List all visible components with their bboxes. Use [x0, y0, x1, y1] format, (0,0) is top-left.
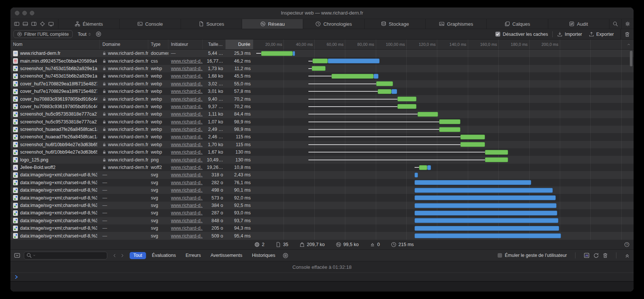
url-filter-field[interactable]: Filtrer l’URL complète	[13, 30, 73, 38]
console-search-field[interactable]	[24, 252, 107, 259]
initiator-link[interactable]: www.richard-d…	[171, 165, 203, 170]
table-row[interactable]: screenshot_hu7453d15b6b2a929e1adaa8e7a06…	[10, 72, 634, 80]
tab-sources[interactable]: Sources	[181, 19, 242, 29]
column-header-domaine[interactable]: Domaine	[100, 40, 148, 49]
table-row[interactable]: data:image/svg+xml;charset=utf-8,%3C…%3E…	[10, 186, 634, 194]
import-button[interactable]: Importer	[557, 32, 582, 37]
waterfall-bar-green[interactable]	[485, 150, 508, 155]
table-row[interactable]: screenshot_huaead7fe26a8458fcac1a46b824a…	[10, 133, 634, 141]
table-row[interactable]: logo_125.pngwww.richard-dern.frpngwww.ri…	[10, 156, 634, 163]
initiator-link[interactable]: www.richard-d…	[171, 134, 203, 139]
table-row[interactable]: data:image/svg+xml;charset=utf-8,%3C…%3E…	[10, 232, 634, 239]
waterfall-bar-blue[interactable]	[427, 165, 431, 170]
tab-stockage[interactable]: Stockage	[364, 19, 425, 29]
waterfall-bar-green[interactable]	[376, 81, 393, 86]
initiator-link[interactable]: www.richard-d…	[171, 203, 203, 208]
initiator-link[interactable]: www.richard-d…	[171, 210, 203, 215]
export-button[interactable]: Exporter	[589, 32, 614, 37]
table-row[interactable]: data:image/svg+xml;charset=utf-8,%3C…%3E…	[10, 224, 634, 232]
device-icon[interactable]	[48, 21, 54, 26]
table-row[interactable]: data:image/svg+xml;charset=utf-8,%3C…%3E…	[10, 202, 634, 209]
collapse-console-icon[interactable]	[625, 253, 630, 258]
tab-elements[interactable]: Éléments	[58, 19, 119, 29]
emulate-user-gesture-checkbox[interactable]: Émuler le geste de l’utilisateur	[498, 253, 567, 258]
resource-type-dropdown[interactable]: Tout	[78, 32, 92, 37]
waterfall-bar-green[interactable]	[378, 89, 391, 94]
console-filter-erreurs[interactable]: Erreurs	[182, 252, 204, 259]
clear-console-icon[interactable]	[603, 253, 608, 258]
initiator-link[interactable]: www.richard-d…	[171, 142, 203, 147]
initiator-link[interactable]: www.richard-d…	[171, 150, 203, 155]
table-row[interactable]: cover_huf7e1708829ea18f6715e48271400e87a…	[10, 80, 634, 88]
console-filter-options-icon[interactable]	[283, 253, 288, 258]
scroll-top-chevron-icon[interactable]	[627, 43, 631, 46]
javascript-context-icon[interactable]: JS	[584, 252, 590, 258]
initiator-link[interactable]: www.richard-d…	[171, 59, 203, 64]
close-button[interactable]	[15, 11, 19, 15]
waterfall-bar-green[interactable]	[460, 135, 485, 139]
table-row[interactable]: data:image/svg+xml;charset=utf-8,%3C…%3E…	[10, 209, 634, 217]
waterfall-bar-green[interactable]	[439, 119, 460, 124]
waterfall-bar-blue[interactable]	[374, 74, 378, 79]
initiator-link[interactable]: www.richard-d…	[171, 172, 203, 177]
table-row[interactable]: www.richard-dern.frwww.richard-dern.frdo…	[10, 50, 634, 57]
waterfall-bar-blue[interactable]	[415, 226, 559, 231]
table-row[interactable]: screenshot_huaead7fe26a8458fcac1a46b824a…	[10, 126, 634, 133]
initiator-link[interactable]: www.richard-d…	[171, 97, 203, 102]
table-row[interactable]: main.min.d9924575ec0bba420589a48d5190fbc…	[10, 57, 634, 64]
initiator-link[interactable]: www.richard-d…	[171, 119, 203, 125]
table-row[interactable]: screenshot_hu5c957353818e777ca27d3c3cba0…	[10, 110, 634, 118]
tab-console[interactable]: Console	[119, 19, 180, 29]
column-header-nom[interactable]: Nom	[10, 40, 100, 49]
initiator-link[interactable]: www.richard-d…	[171, 226, 203, 231]
initiator-link[interactable]: www.richard-d…	[171, 73, 203, 79]
waterfall-bar-blue[interactable]	[328, 59, 380, 63]
disable-caches-checkbox[interactable]: Désactiver les caches	[495, 32, 548, 37]
table-row[interactable]: cover_hu70883c936197805bd916c4488876d0b0…	[10, 95, 634, 103]
initiator-link[interactable]: www.richard-d…	[171, 180, 203, 185]
tab-chronologies[interactable]: Chronologies	[303, 19, 364, 29]
waterfall-bar-blue[interactable]	[415, 233, 561, 238]
waterfall-bar-green[interactable]	[418, 112, 438, 117]
console-sidebar-toggle[interactable]	[14, 252, 20, 258]
inspect-target-icon[interactable]	[40, 21, 45, 26]
table-row[interactable]: screenshot_hu5c957353818e777ca27d3c3cba0…	[10, 118, 634, 126]
help-button[interactable]: ?	[624, 242, 629, 247]
tab-reseau[interactable]: Réseau	[242, 19, 303, 29]
column-header-type[interactable]: Type	[148, 40, 168, 49]
initiator-link[interactable]: www.richard-d…	[171, 81, 203, 86]
initiator-link[interactable]: www.richard-d…	[171, 188, 203, 193]
console-prompt[interactable]	[10, 273, 634, 281]
table-row[interactable]: screenshot_hu6f10bb94e27e3d63b651409cb07…	[10, 141, 634, 148]
search-button[interactable]	[609, 19, 621, 29]
tab-audit[interactable]: Audit	[548, 19, 609, 29]
tab-graphismes[interactable]: Graphismes	[425, 19, 486, 29]
initiator-link[interactable]: www.richard-d…	[171, 111, 203, 117]
waterfall-bar-blue[interactable]	[415, 203, 556, 208]
table-row[interactable]: screenshot_hu7453d15b6b2a929e1adaa8e7a06…	[10, 65, 634, 72]
table-row[interactable]: cover_hu70883c936197805bd916c4488876d0b0…	[10, 103, 634, 110]
console-filter-avertissements[interactable]: Avertissements	[207, 252, 246, 259]
filter-options-icon[interactable]	[96, 31, 101, 37]
waterfall-bar-green[interactable]	[460, 142, 485, 147]
zoom-button[interactable]	[30, 11, 34, 15]
next-result-button[interactable]	[120, 254, 124, 258]
settings-button[interactable]	[621, 19, 634, 29]
initiator-link[interactable]: www.richard-d…	[171, 233, 203, 239]
vertical-scrollbar-thumb[interactable]	[630, 51, 632, 66]
initiator-link[interactable]: www.richard-d…	[171, 89, 203, 94]
waterfall-bar-green[interactable]	[312, 66, 326, 71]
waterfall-bar-blue[interactable]	[415, 195, 556, 200]
previous-result-button[interactable]	[112, 254, 117, 258]
initiator-link[interactable]: www.richard-d…	[171, 218, 203, 223]
table-row[interactable]: data:image/svg+xml;charset=utf-8,%3C…%3E…	[10, 171, 634, 179]
initiator-link[interactable]: www.richard-d…	[171, 157, 203, 163]
console-filter-tout[interactable]: Tout	[130, 252, 146, 259]
table-row[interactable]: data:image/svg+xml;charset=utf-8,%3C…%3E…	[10, 194, 634, 201]
console-filter-evaluations[interactable]: Évaluations	[148, 252, 180, 259]
initiator-link[interactable]: www.richard-d…	[171, 127, 203, 132]
waterfall-bar-green[interactable]	[261, 51, 293, 56]
waterfall-bar-green[interactable]	[397, 104, 416, 109]
table-row[interactable]: data:image/svg+xml;charset=utf-8,%3C…%3E…	[10, 179, 634, 186]
waterfall-bar-blue[interactable]	[293, 51, 295, 56]
